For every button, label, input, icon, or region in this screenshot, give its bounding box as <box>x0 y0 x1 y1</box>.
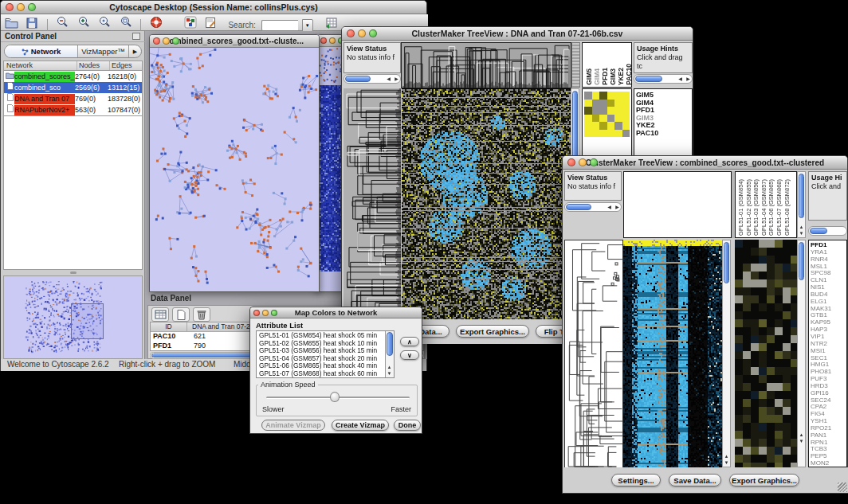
settings-button[interactable]: Settings... <box>611 474 661 486</box>
column-label[interactable]: PFD1 <box>601 68 609 85</box>
network-row[interactable]: DNA and Tran 07 769(0) 183728(0) <box>4 93 142 104</box>
zoom-matrix-cell[interactable] <box>622 122 630 130</box>
zoom-matrix-cell[interactable] <box>584 130 592 138</box>
zoom-matrix-cell[interactable] <box>614 115 622 123</box>
col-edges[interactable]: Edges <box>110 61 142 70</box>
zoom-matrix-cell[interactable] <box>599 100 607 107</box>
gene-list-item[interactable]: MON2 <box>809 460 846 467</box>
delete-attribute-icon[interactable] <box>193 307 210 322</box>
scroll-down-icon[interactable]: ▼ <box>798 439 805 444</box>
minimize-icon[interactable] <box>358 29 366 37</box>
birdseye-view[interactable] <box>3 275 143 359</box>
column-label[interactable]: GPL51-01 (GSM854) <box>737 179 745 236</box>
zoom-matrix-cell[interactable] <box>622 100 630 107</box>
main-titlebar[interactable]: Cytoscape Desktop (Session Name: collins… <box>1 1 426 14</box>
scroll-right-icon[interactable]: ▶ <box>685 76 692 82</box>
minimize-icon[interactable] <box>163 37 170 45</box>
tab-vizmapper[interactable]: VizMapper™ <box>78 45 129 57</box>
zoom-matrix-cell[interactable] <box>584 115 592 123</box>
zoom-matrix-cell[interactable] <box>622 115 630 123</box>
column-label[interactable]: GPL51-02 (GSM855) <box>745 179 753 236</box>
done-button[interactable]: Done <box>394 420 421 431</box>
tv2-hints-scrollbar[interactable] <box>808 226 847 236</box>
open-file-icon[interactable] <box>2 16 20 30</box>
zoom-matrix-cell[interactable] <box>607 100 615 107</box>
tv1-status-scrollbar[interactable]: ◀ ▶ <box>344 74 401 84</box>
zoom-matrix-cell[interactable] <box>592 115 600 123</box>
scroll-up-icon[interactable]: ▲ <box>723 454 730 459</box>
vizmapper-nodes-icon[interactable] <box>182 15 199 29</box>
network-row[interactable]: combined_sco 2569(6) 13112(15) <box>4 82 142 93</box>
network-row[interactable]: combined_scores_ 2764(0) 16218(0) <box>4 71 142 82</box>
close-icon[interactable] <box>567 158 575 166</box>
tv1-hints-scrollbar[interactable]: ◀ ▶ <box>634 74 693 84</box>
zoom-matrix-cell[interactable] <box>592 92 600 100</box>
zoom-matrix-cell[interactable] <box>584 100 592 107</box>
scroll-up-icon[interactable]: ▲ <box>798 432 805 438</box>
help-lifering-icon[interactable] <box>147 15 165 29</box>
zoom-matrix-cell[interactable] <box>584 107 592 115</box>
move-down-button[interactable]: ∨ <box>400 350 419 360</box>
close-icon[interactable] <box>253 310 260 316</box>
zoom-matrix-cell[interactable] <box>607 122 615 130</box>
tv1-zoom-heatmap[interactable] <box>584 92 630 137</box>
column-label[interactable]: GPL51-07 (GSM868) <box>775 179 783 236</box>
tv2-status-scrollbar[interactable]: ◀ ▶ <box>564 202 622 212</box>
zoom-selected-icon[interactable] <box>96 15 113 29</box>
move-up-button[interactable]: ∧ <box>400 337 419 346</box>
gene-list-item[interactable]: PAC10 <box>634 130 692 138</box>
close-icon[interactable] <box>6 3 14 11</box>
column-label[interactable]: GPL51-03 (GSM856) <box>752 179 760 236</box>
zoom-matrix-cell[interactable] <box>592 122 600 130</box>
new-attribute-icon[interactable] <box>172 307 190 322</box>
zoom-matrix-cell[interactable] <box>622 130 630 138</box>
tv1-column-dendrogram[interactable] <box>401 42 571 88</box>
scroll-left-icon[interactable]: ◀ <box>606 205 613 210</box>
zoom-matrix-cell[interactable] <box>592 107 600 115</box>
zoom-out-icon[interactable] <box>53 15 71 29</box>
tv2-top-dendrogram-area[interactable] <box>623 171 732 238</box>
tv2-heatmap[interactable] <box>623 240 722 467</box>
zoom-matrix-cell[interactable] <box>599 130 607 138</box>
zoom-window-icon[interactable] <box>28 3 36 11</box>
minimize-icon[interactable] <box>262 310 269 316</box>
tv2-zoom-heatmap[interactable] <box>735 240 797 467</box>
close-icon[interactable] <box>347 29 355 37</box>
tv2-labels-vscrollbar[interactable]: ▲ ▼ <box>797 171 806 238</box>
export-graphics-button[interactable]: Export Graphics... <box>456 325 529 338</box>
minimize-icon[interactable] <box>579 158 587 166</box>
treeview2-titlebar[interactable]: ClusterMaker TreeView : combined_scores_… <box>563 156 847 170</box>
attribute-item[interactable]: GPL51-07 (GSM868) heat shock 60 min <box>257 370 384 378</box>
zoom-matrix-cell[interactable] <box>614 130 622 138</box>
column-label[interactable]: GIM3 <box>609 68 617 85</box>
zoom-matrix-cell[interactable] <box>622 107 630 115</box>
id-column-header[interactable]: ID <box>151 322 187 331</box>
zoom-matrix-cell[interactable] <box>614 92 622 100</box>
minimize-icon[interactable] <box>17 3 25 11</box>
close-icon[interactable] <box>320 37 327 44</box>
save-icon[interactable] <box>23 16 41 30</box>
scroll-up-icon[interactable]: ▲ <box>386 365 393 370</box>
minimize-icon[interactable] <box>329 37 336 44</box>
tv2-zoom-vscrollbar[interactable]: ▲ ▼ <box>797 240 806 467</box>
create-vizmap-button[interactable]: Create Vizmap <box>332 420 389 431</box>
zoom-matrix-cell[interactable] <box>592 100 600 107</box>
scroll-down-icon[interactable]: ▼ <box>798 231 805 236</box>
search-dropdown-button[interactable]: ▼ <box>302 19 313 32</box>
zoom-window-icon[interactable] <box>369 29 377 37</box>
zoom-matrix-cell[interactable] <box>607 130 615 138</box>
column-label[interactable]: YKE2 <box>617 68 625 85</box>
birdseye-canvas[interactable] <box>4 276 142 358</box>
scroll-right-icon[interactable]: ▶ <box>614 205 621 210</box>
search-input[interactable] <box>261 20 298 31</box>
scroll-left-icon[interactable]: ◀ <box>677 76 684 82</box>
tv1-heatmap[interactable] <box>402 88 571 320</box>
zoom-matrix-cell[interactable] <box>599 92 607 100</box>
tv2-heatmap-vscrollbar[interactable]: ▲ ▼ <box>722 240 731 467</box>
annotation-icon[interactable] <box>202 16 220 30</box>
column-label[interactable]: GPL51-04 (GSM857) <box>760 179 768 236</box>
treeview1-titlebar[interactable]: ClusterMaker TreeView : DNA and Tran 07-… <box>342 27 693 41</box>
scroll-down-icon[interactable]: ▼ <box>723 460 730 466</box>
zoom-matrix-cell[interactable] <box>584 92 592 100</box>
tv1-column-strip[interactable] <box>571 42 580 88</box>
